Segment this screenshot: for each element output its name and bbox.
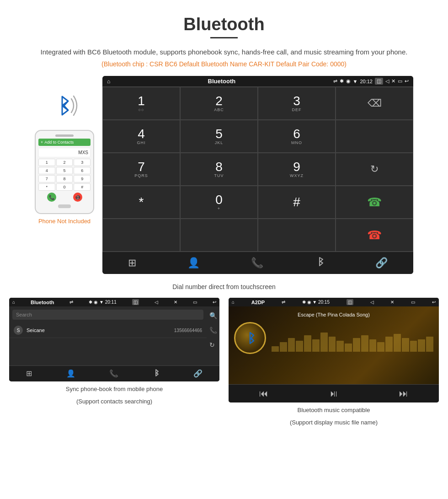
music-controls: ⏮ ⏯ ⏭ [229, 384, 439, 402]
dial-cell[interactable]: 9WXYZ [258, 153, 336, 186]
music-home-icon[interactable]: ⌂ [232, 300, 235, 305]
location-icon: ◉ [346, 78, 351, 84]
bottom-screens-section: ⌂ Bluetooth ⇌ ✱ ◉ ▼ 20:11 ◫ ◁ ✕ ▭ ↩ Sear… [0, 298, 448, 427]
music-camera-icon[interactable]: ◫ [347, 299, 353, 305]
page-description: Integrated with BC6 Bluetooth module, su… [0, 47, 448, 58]
contact-number: 13566664466 [174, 328, 202, 333]
dial-cell[interactable]: 1○○ [102, 87, 180, 120]
nav-phone-icon[interactable]: 📞 [251, 257, 263, 269]
signal-icon: ▼ [353, 79, 358, 84]
car-dial-screen: ⌂ Bluetooth ⇌ ✱ ◉ ▼ 20:12 ◫ ◁ ✕ ▭ ↩ 1○○2… [102, 76, 413, 274]
dial-cell[interactable]: 7PQRS [102, 153, 180, 186]
dial-cell [336, 120, 413, 153]
nav-contacts-icon[interactable]: 👤 [187, 257, 200, 269]
contacts-nav-grid[interactable]: ⊞ [26, 369, 32, 378]
dial-cell [180, 219, 258, 252]
call-icon[interactable]: 📞 [209, 327, 217, 334]
phone-device: +Add to Contacts MXS 123 456 789 *0# 📞 📵 [35, 130, 94, 214]
car-status-bar: ⌂ Bluetooth ⇌ ✱ ◉ ▼ 20:12 ◫ ◁ ✕ ▭ ↩ [102, 76, 413, 86]
usb-icon: ⇌ [333, 78, 337, 84]
contact-initial: S [14, 326, 23, 335]
contacts-home-icon[interactable]: ⌂ [12, 300, 15, 305]
equalizer [272, 324, 433, 352]
contacts-status-bar: ⌂ Bluetooth ⇌ ✱ ◉ ▼ 20:11 ◫ ◁ ✕ ▭ ↩ [9, 298, 219, 306]
page-title: Bluetooth [0, 0, 448, 37]
contacts-screen-wrapper: ⌂ Bluetooth ⇌ ✱ ◉ ▼ 20:11 ◫ ◁ ✕ ▭ ↩ Sear… [9, 298, 219, 427]
music-screen-wrapper: ⌂ A2DP ⇌ ✱ ◉ ▼ 20:15 ◫ ◁ ✕ ▭ ↩ Escape (T… [229, 298, 439, 427]
music-body: Escape (The Pina Colada Song) [229, 306, 439, 384]
back-icon[interactable]: ↩ [405, 78, 409, 84]
dialpad: 1○○2ABC3DEF⌫4GHI5JKL6MNO7PQRS8TUV9WXYZ↻*… [102, 86, 413, 252]
contacts-nav-phone[interactable]: 📞 [109, 369, 118, 378]
dial-cell [258, 219, 336, 252]
phone-not-included-label: Phone Not Included [38, 218, 91, 225]
contacts-nav-user[interactable]: 👤 [66, 369, 75, 378]
music-caption-sub: (Support display music file name) [290, 418, 378, 427]
home-icon[interactable]: ⌂ [107, 78, 110, 85]
music-caption-main: Bluetooth music compatible [298, 406, 370, 415]
phone-illustration: +Add to Contacts MXS 123 456 789 *0# 📞 📵… [35, 90, 94, 225]
dial-cell[interactable]: # [258, 186, 336, 219]
nav-link-icon[interactable]: 🔗 [375, 257, 388, 269]
bt-status-icon: ✱ [340, 78, 344, 84]
dial-cell[interactable]: 0+ [180, 186, 258, 219]
window-icon[interactable]: ▭ [398, 78, 402, 84]
search-icon[interactable]: 🔍 [209, 312, 217, 319]
contacts-camera-icon[interactable]: ◫ [132, 299, 139, 305]
dial-cell[interactable]: 3DEF [258, 87, 336, 120]
camera-icon[interactable]: ◫ [375, 78, 383, 85]
contact-name: Seicane [27, 327, 174, 333]
dial-cell[interactable]: ⌫ [336, 87, 413, 120]
contacts-nav-link[interactable]: 🔗 [193, 369, 203, 378]
bluetooth-info: (Bluetooth chip : CSR BC6 Default Blueto… [0, 60, 448, 68]
contacts-caption-main: Sync phone-book from mobile phone [66, 385, 163, 394]
contacts-caption-sub: (Support contacts searching) [76, 397, 152, 406]
music-status-bar: ⌂ A2DP ⇌ ✱ ◉ ▼ 20:15 ◫ ◁ ✕ ▭ ↩ [229, 298, 439, 306]
contacts-search[interactable]: Search [12, 310, 203, 320]
nav-bluetooth-icon[interactable] [315, 257, 324, 269]
title-underline [210, 37, 238, 38]
bluetooth-signal-icon [46, 90, 83, 122]
music-back-icon[interactable]: ↩ [432, 300, 436, 305]
dial-cell[interactable]: ☎ [336, 186, 413, 219]
refresh-icon[interactable]: ↻ [209, 341, 217, 349]
prev-track-icon[interactable]: ⏮ [259, 388, 268, 399]
music-screen: ⌂ A2DP ⇌ ✱ ◉ ▼ 20:15 ◫ ◁ ✕ ▭ ↩ Escape (T… [229, 298, 439, 402]
screen-title: Bluetooth [208, 78, 236, 85]
album-art [234, 322, 266, 354]
contacts-back-icon[interactable]: ↩ [213, 300, 216, 305]
time-display: 20:12 [360, 79, 373, 84]
music-bt-icon [243, 331, 257, 345]
contacts-screen: ⌂ Bluetooth ⇌ ✱ ◉ ▼ 20:11 ◫ ◁ ✕ ▭ ↩ Sear… [9, 298, 219, 381]
dial-cell[interactable]: ☎ [336, 219, 413, 252]
contacts-bottom-nav: ⊞ 👤 📞 🔗 [9, 365, 219, 381]
contacts-nav-bt[interactable] [153, 369, 159, 378]
dial-cell[interactable]: * [102, 186, 180, 219]
dial-cell [102, 219, 180, 252]
song-title: Escape (The Pina Colada Song) [298, 312, 370, 317]
contact-row[interactable]: S Seicane 13566664466 [9, 323, 207, 338]
next-track-icon[interactable]: ⏭ [399, 388, 408, 399]
dial-cell[interactable]: 4GHI [102, 120, 180, 153]
dial-cell[interactable]: 2ABC [180, 87, 258, 120]
dial-cell[interactable]: ↻ [336, 153, 413, 186]
close-icon[interactable]: ✕ [391, 78, 395, 84]
dial-cell[interactable]: 8TUV [180, 153, 258, 186]
dial-cell[interactable]: 6MNO [258, 120, 336, 153]
dial-cell[interactable]: 5JKL [180, 120, 258, 153]
dial-caption: Dial number direct from touchscreen [0, 283, 448, 290]
car-bottom-nav: ⊞ 👤 📞 🔗 [102, 252, 413, 274]
play-pause-icon[interactable]: ⏯ [329, 388, 338, 399]
volume-icon[interactable]: ◁ [385, 78, 389, 84]
nav-grid-icon[interactable]: ⊞ [128, 257, 136, 269]
